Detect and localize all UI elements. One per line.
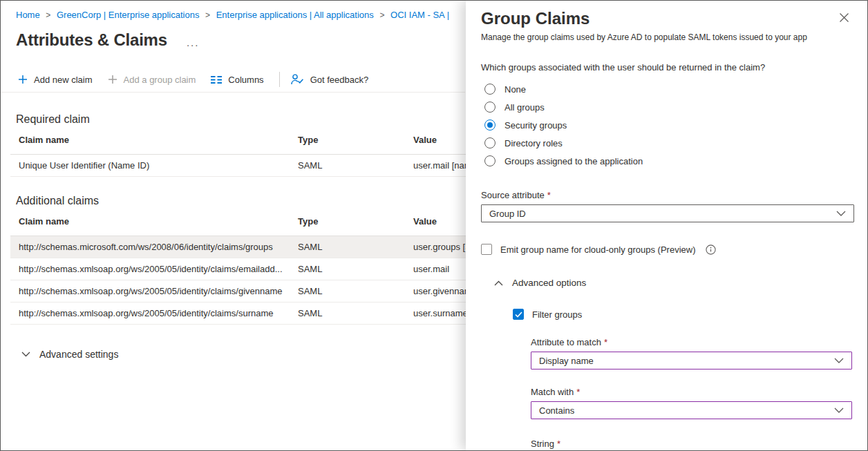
radio-label: All groups <box>504 102 545 113</box>
feedback-person-icon <box>291 74 304 85</box>
column-header-claim-name: Claim name <box>10 216 290 227</box>
columns-icon <box>211 75 222 84</box>
required-asterisk: * <box>604 337 607 347</box>
group-claims-panel: Group Claims Manage the group claims use… <box>466 1 868 450</box>
radio-button-icon <box>484 137 496 148</box>
radio-button-selected-icon <box>484 119 496 131</box>
advanced-settings-toggle[interactable]: Advanced settings <box>21 349 466 360</box>
table-row-emailaddress-claim[interactable]: http://schemas.xmlsoap.org/ws/2005/05/id… <box>10 258 466 280</box>
radio-label: Groups assigned to the application <box>504 156 643 166</box>
radio-button-icon <box>484 84 496 95</box>
breadcrumb-enterprise-apps[interactable]: GreenCorp | Enterprise applications <box>57 10 199 20</box>
group-claims-question: Which groups associated with the user sh… <box>481 62 854 73</box>
chevron-up-icon <box>494 280 503 286</box>
claim-value-cell: user.groups [S <box>405 242 466 252</box>
attribute-to-match-dropdown[interactable]: Display name <box>531 352 852 370</box>
panel-title: Group Claims <box>481 9 854 28</box>
column-header-type: Type <box>290 135 405 145</box>
additional-claims-section-title: Additional claims <box>16 195 466 207</box>
breadcrumb-separator: > <box>205 10 210 20</box>
emit-group-name-checkbox-row[interactable]: Emit group name for cloud-only groups (P… <box>481 244 854 255</box>
radio-label: Directory roles <box>504 138 563 148</box>
claim-type-cell: SAML <box>290 242 405 252</box>
table-row-unique-user-identifier[interactable]: Unique User Identifier (Name ID) SAML us… <box>10 155 466 177</box>
group-type-radio-group: None All groups Security groups Director… <box>484 80 854 170</box>
checkbox-checked-icon <box>513 309 524 320</box>
info-icon[interactable] <box>706 244 716 255</box>
table-row-givenname-claim[interactable]: http://schemas.xmlsoap.org/ws/2005/05/id… <box>10 280 466 303</box>
radio-security-groups[interactable]: Security groups <box>484 116 854 134</box>
radio-label: None <box>504 84 526 95</box>
table-header: Claim name Type Value <box>10 207 466 236</box>
radio-all-groups[interactable]: All groups <box>484 98 854 116</box>
column-header-value: Value <box>405 216 466 227</box>
claim-value-cell: user.givennam <box>405 286 466 296</box>
add-group-claim-button: Add a group claim <box>108 75 196 85</box>
table-row-groups-claim[interactable]: http://schemas.microsoft.com/ws/2008/06/… <box>10 236 466 258</box>
claim-name-cell: http://schemas.xmlsoap.org/ws/2005/05/id… <box>10 308 290 318</box>
required-claim-section-title: Required claim <box>16 113 466 126</box>
chevron-down-icon <box>834 407 844 414</box>
advanced-options-label: Advanced options <box>512 278 586 288</box>
attributes-claims-page: Home > GreenCorp | Enterprise applicatio… <box>1 1 466 450</box>
required-claim-table: Claim name Type Value Unique User Identi… <box>10 126 466 177</box>
claim-type-cell: SAML <box>290 160 405 171</box>
additional-claims-table: Claim name Type Value http://schemas.mic… <box>10 207 466 325</box>
required-asterisk: * <box>576 387 580 397</box>
radio-button-icon <box>484 102 496 113</box>
radio-none[interactable]: None <box>484 80 854 98</box>
claim-type-cell: SAML <box>290 264 405 274</box>
more-options-button[interactable]: ... <box>187 34 200 46</box>
source-attribute-value: Group ID <box>489 209 526 219</box>
column-header-value: Value <box>405 135 466 145</box>
emit-group-name-label: Emit group name for cloud-only groups (P… <box>500 244 696 255</box>
page-title: Attributes & Claims <box>16 30 167 50</box>
command-bar: Add new claim Add a group claim Columns <box>1 67 465 93</box>
columns-label: Columns <box>228 75 263 85</box>
got-feedback-button[interactable]: Got feedback? <box>291 74 369 85</box>
attribute-to-match-label: Attribute to match* <box>531 337 852 347</box>
claim-type-cell: SAML <box>290 286 405 296</box>
claim-name-cell: http://schemas.xmlsoap.org/ws/2005/05/id… <box>10 286 290 296</box>
required-asterisk: * <box>557 439 560 449</box>
add-new-claim-button[interactable]: Add new claim <box>18 75 93 85</box>
plus-icon <box>18 75 28 84</box>
plus-icon <box>108 75 117 84</box>
radio-directory-roles[interactable]: Directory roles <box>484 134 854 152</box>
close-icon[interactable] <box>839 12 849 23</box>
table-row-surname-claim[interactable]: http://schemas.xmlsoap.org/ws/2005/05/id… <box>10 303 466 325</box>
required-asterisk: * <box>547 190 551 200</box>
match-with-value: Contains <box>539 405 574 416</box>
claim-name-cell: http://schemas.xmlsoap.org/ws/2005/05/id… <box>10 264 290 274</box>
filter-groups-checkbox-row[interactable]: Filter groups <box>513 309 854 320</box>
radio-button-icon <box>484 155 496 166</box>
breadcrumb-all-applications[interactable]: Enterprise applications | All applicatio… <box>216 10 374 20</box>
toolbar-divider <box>279 72 280 87</box>
panel-subtitle: Manage the group claims used by Azure AD… <box>481 32 854 42</box>
breadcrumb: Home > GreenCorp | Enterprise applicatio… <box>1 1 466 20</box>
column-header-type: Type <box>290 216 405 227</box>
radio-label: Security groups <box>504 120 567 131</box>
radio-groups-assigned[interactable]: Groups assigned to the application <box>484 152 854 170</box>
chevron-down-icon <box>834 358 844 364</box>
table-header: Claim name Type Value <box>10 126 466 155</box>
chevron-down-icon <box>21 352 30 357</box>
claim-value-cell: user.mail <box>405 264 466 274</box>
column-header-claim-name: Claim name <box>10 135 290 145</box>
string-label: String* <box>531 439 852 449</box>
add-new-claim-label: Add new claim <box>34 75 93 85</box>
advanced-settings-label: Advanced settings <box>39 349 118 360</box>
breadcrumb-separator: > <box>46 10 50 20</box>
claim-value-cell: user.surname <box>405 308 466 318</box>
breadcrumb-app[interactable]: OCI IAM - SA | <box>390 10 449 20</box>
filter-groups-label: Filter groups <box>532 309 582 320</box>
columns-button[interactable]: Columns <box>211 75 263 85</box>
claim-value-cell: user.mail [nam <box>405 160 466 171</box>
advanced-options-toggle[interactable]: Advanced options <box>494 278 854 288</box>
breadcrumb-separator: > <box>379 10 384 20</box>
breadcrumb-home[interactable]: Home <box>16 10 40 20</box>
match-with-label: Match with* <box>531 387 852 397</box>
source-attribute-label: Source attribute* <box>481 190 854 200</box>
source-attribute-dropdown[interactable]: Group ID <box>481 204 854 222</box>
match-with-dropdown[interactable]: Contains <box>531 401 852 419</box>
